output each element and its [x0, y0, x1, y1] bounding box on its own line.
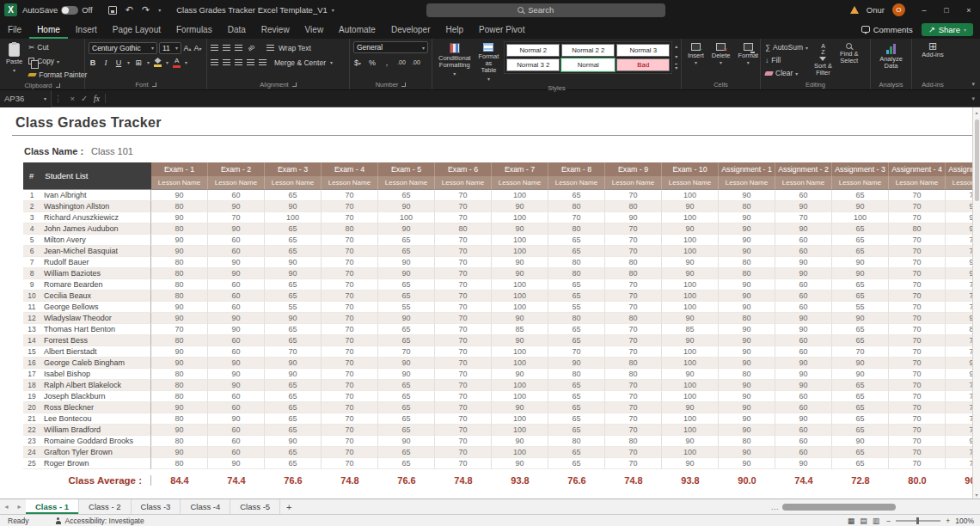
- grade-cell[interactable]: 90: [719, 380, 775, 391]
- decrease-indent-button[interactable]: [247, 59, 254, 65]
- grade-cell[interactable]: 70: [435, 268, 492, 279]
- comments-button[interactable]: Comments: [861, 25, 913, 34]
- column-header-exam-6[interactable]: Exam - 6: [435, 162, 492, 176]
- grade-cell[interactable]: 70: [322, 246, 378, 257]
- grade-cell[interactable]: 70: [889, 425, 946, 436]
- grade-cell[interactable]: 65: [378, 458, 435, 469]
- underline-chevron-icon[interactable]: ▾: [127, 59, 130, 65]
- grade-cell[interactable]: 70: [605, 324, 662, 335]
- grade-cell[interactable]: 80: [548, 223, 605, 235]
- accessibility-status[interactable]: Accessibility: Investigate: [55, 517, 144, 525]
- grade-cell[interactable]: 80: [151, 279, 208, 291]
- fill-color-button[interactable]: [154, 58, 162, 67]
- grade-cell[interactable]: 70: [322, 313, 378, 324]
- grade-cell[interactable]: 90: [378, 201, 435, 212]
- save-icon[interactable]: [108, 6, 117, 15]
- grade-cell[interactable]: 70: [322, 324, 378, 335]
- grade-cell[interactable]: 65: [832, 190, 889, 201]
- student-name[interactable]: Grafton Tyler Brown: [40, 447, 151, 458]
- grade-cell[interactable]: 60: [775, 402, 832, 413]
- name-box[interactable]: AP36 ▾: [0, 90, 52, 107]
- cell-style-bad[interactable]: Bad: [616, 58, 670, 71]
- menu-tab-power-pivot[interactable]: Power Pivot: [471, 20, 532, 39]
- grade-cell[interactable]: 100: [662, 413, 719, 425]
- grade-cell[interactable]: 70: [605, 279, 662, 291]
- grade-cell[interactable]: 80: [548, 436, 605, 447]
- grade-cell[interactable]: 70: [322, 391, 378, 402]
- grade-cell[interactable]: 90: [775, 324, 832, 335]
- grade-cell[interactable]: 90: [492, 369, 548, 380]
- student-name[interactable]: Roger Brown: [40, 458, 151, 469]
- grade-cell[interactable]: 70: [548, 346, 605, 358]
- grade-cell[interactable]: 65: [265, 279, 322, 291]
- grade-cell[interactable]: 80: [605, 268, 662, 279]
- grade-cell[interactable]: 70: [322, 291, 378, 302]
- autosave-toggle[interactable]: [61, 6, 78, 15]
- grade-cell[interactable]: 90: [832, 358, 889, 369]
- grade-cell[interactable]: 80: [548, 268, 605, 279]
- grade-cell[interactable]: 80: [151, 458, 208, 469]
- student-name[interactable]: George Bellows: [40, 302, 151, 313]
- grade-cell[interactable]: 70: [889, 369, 946, 380]
- grade-cell[interactable]: 65: [548, 391, 605, 402]
- grade-cell[interactable]: 70: [605, 425, 662, 436]
- tab-overflow-icon[interactable]: …: [768, 499, 783, 514]
- grade-cell[interactable]: 80: [605, 257, 662, 268]
- grade-cell[interactable]: 70: [322, 413, 378, 425]
- grade-cell[interactable]: 90: [208, 223, 265, 235]
- grade-cell[interactable]: 90: [662, 223, 719, 235]
- percent-format-button[interactable]: %: [368, 58, 377, 67]
- grade-cell[interactable]: 70: [322, 190, 378, 201]
- font-color-chevron-icon[interactable]: ▾: [185, 59, 187, 65]
- grade-cell[interactable]: 80: [548, 201, 605, 212]
- grade-cell[interactable]: 90: [208, 201, 265, 212]
- grade-cell[interactable]: 90: [662, 369, 719, 380]
- grade-cell[interactable]: 70: [435, 212, 492, 223]
- grade-cell[interactable]: 65: [265, 335, 322, 346]
- grade-cell[interactable]: 90: [832, 313, 889, 324]
- grade-cell[interactable]: 70: [435, 279, 492, 291]
- grade-cell[interactable]: 90: [151, 302, 208, 313]
- grade-cell[interactable]: 70: [605, 235, 662, 246]
- grade-cell[interactable]: 60: [775, 291, 832, 302]
- grade-cell[interactable]: 100: [492, 391, 548, 402]
- grade-cell[interactable]: 90: [151, 235, 208, 246]
- formula-bar-handle[interactable]: ⋮: [52, 94, 65, 103]
- menu-tab-insert[interactable]: Insert: [68, 20, 105, 39]
- grade-cell[interactable]: 70: [889, 346, 946, 358]
- horizontal-scrollbar-thumb[interactable]: [782, 504, 896, 511]
- grade-cell[interactable]: 60: [208, 291, 265, 302]
- grade-cell[interactable]: 80: [151, 369, 208, 380]
- font-color-button[interactable]: A: [173, 57, 181, 68]
- insert-function-icon[interactable]: fx: [94, 95, 100, 103]
- grade-cell[interactable]: 55: [548, 302, 605, 313]
- grade-cell[interactable]: 90: [775, 313, 832, 324]
- formula-bar-expand-icon[interactable]: ▾: [966, 95, 980, 102]
- column-header-exam-8[interactable]: Exam - 8: [548, 162, 605, 176]
- grade-cell[interactable]: 70: [322, 346, 378, 358]
- grade-cell[interactable]: 65: [548, 190, 605, 201]
- grade-cell[interactable]: 70: [435, 436, 492, 447]
- grade-cell[interactable]: 60: [208, 436, 265, 447]
- grade-cell[interactable]: 65: [265, 447, 322, 458]
- grade-cell[interactable]: 70: [322, 257, 378, 268]
- grade-cell[interactable]: 90: [378, 369, 435, 380]
- grade-cell[interactable]: 80: [151, 335, 208, 346]
- grade-cell[interactable]: 65: [378, 190, 435, 201]
- gallery-more-icon[interactable]: ▾: [675, 64, 677, 70]
- grade-cell[interactable]: 60: [775, 335, 832, 346]
- column-header-exam-3[interactable]: Exam - 3: [265, 162, 322, 176]
- cell-style-normal-3-2[interactable]: Normal 3 2: [506, 58, 560, 71]
- grade-cell[interactable]: 90: [775, 223, 832, 235]
- menu-tab-developer[interactable]: Developer: [383, 20, 438, 39]
- grade-cell[interactable]: 90: [662, 335, 719, 346]
- zoom-level[interactable]: 100%: [955, 517, 974, 525]
- copy-button[interactable]: Copy▾: [28, 55, 88, 67]
- grade-cell[interactable]: 70: [605, 346, 662, 358]
- grade-cell[interactable]: 70: [322, 436, 378, 447]
- grade-cell[interactable]: 90: [208, 413, 265, 425]
- grade-cell[interactable]: 70: [322, 302, 378, 313]
- find-select-button[interactable]: Find &Select: [837, 41, 861, 66]
- grade-cell[interactable]: 90: [719, 291, 775, 302]
- grade-cell[interactable]: 80: [605, 313, 662, 324]
